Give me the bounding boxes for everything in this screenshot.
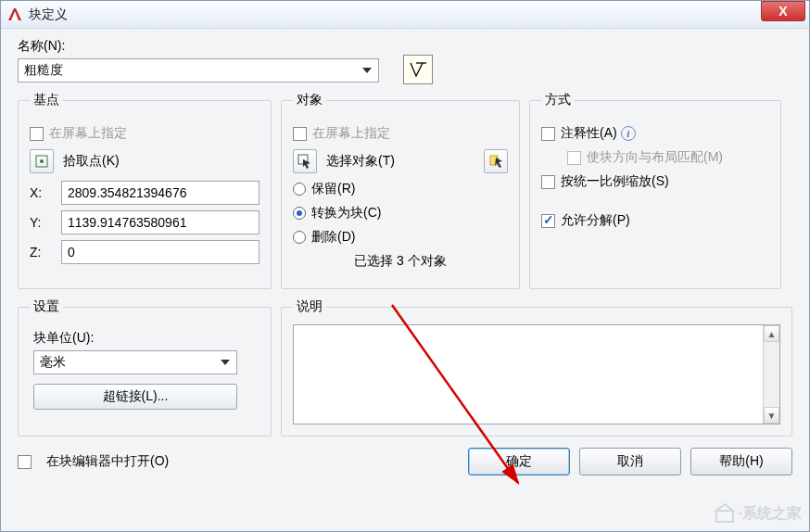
settings-group: 设置 块单位(U): 毫米 超链接(L)... xyxy=(18,298,272,437)
window-title: 块定义 xyxy=(29,6,68,23)
name-combobox[interactable]: 粗糙度 xyxy=(18,58,379,82)
hyperlink-label: 超链接(L)... xyxy=(103,388,169,405)
svg-rect-10 xyxy=(716,511,733,522)
retain-radio[interactable] xyxy=(293,183,306,196)
retain-label: 保留(R) xyxy=(311,181,355,197)
annotative-label: 注释性(A) xyxy=(561,125,617,142)
name-row: 名称(N): 粗糙度 xyxy=(18,38,792,82)
behavior-group: 方式 注释性(A) i 使块方向与布局匹配(M) 按统一比例缩放(S) 允许分解… xyxy=(529,92,781,289)
watermark-text: ·系统之家 xyxy=(739,504,802,524)
chevron-down-icon xyxy=(360,63,374,78)
cancel-button[interactable]: 取消 xyxy=(579,448,681,475)
pick-point-label: 拾取点(K) xyxy=(63,153,120,170)
open-editor-checkbox[interactable] xyxy=(18,455,32,469)
help-label: 帮助(H) xyxy=(719,453,763,470)
onscreen-base-label: 在屏幕上指定 xyxy=(49,125,127,142)
objects-group: 对象 在屏幕上指定 选择对象(T) 保留(R xyxy=(281,92,520,289)
cancel-label: 取消 xyxy=(617,453,643,470)
quick-select-icon xyxy=(488,154,503,169)
quick-select-button[interactable] xyxy=(484,149,508,173)
scale-uniform-checkbox[interactable] xyxy=(541,175,555,189)
scale-uniform-label: 按统一比例缩放(S) xyxy=(561,173,669,190)
z-input[interactable] xyxy=(61,240,259,264)
footer: 在块编辑器中打开(O) 确定 取消 帮助(H) xyxy=(18,448,792,475)
ok-button[interactable]: 确定 xyxy=(468,448,570,475)
help-button[interactable]: 帮助(H) xyxy=(690,448,792,475)
dialog-content: 名称(N): 粗糙度 基点 xyxy=(1,29,809,485)
close-icon: X xyxy=(778,4,787,19)
svg-marker-8 xyxy=(221,360,230,365)
y-input[interactable] xyxy=(61,210,259,234)
svg-point-5 xyxy=(40,159,44,163)
block-definition-dialog: 块定义 X 名称(N): 粗糙度 xyxy=(0,0,810,532)
description-legend: 说明 xyxy=(293,298,326,315)
x-input[interactable] xyxy=(61,181,259,205)
chevron-down-icon xyxy=(218,355,233,370)
x-label: X: xyxy=(30,185,52,200)
match-layout-checkbox xyxy=(567,151,581,165)
block-unit-label: 块单位(U): xyxy=(33,330,256,347)
block-unit-select[interactable]: 毫米 xyxy=(33,350,237,374)
info-icon[interactable]: i xyxy=(621,126,636,141)
scrollbar[interactable]: ▲ ▼ xyxy=(763,325,779,424)
convert-radio[interactable] xyxy=(293,207,306,220)
svg-marker-2 xyxy=(362,68,372,73)
delete-label: 删除(D) xyxy=(311,229,355,246)
onscreen-base-checkbox xyxy=(30,127,44,141)
close-button[interactable]: X xyxy=(761,1,805,21)
onscreen-objects-checkbox xyxy=(293,127,307,141)
description-group: 说明 ▲ ▼ xyxy=(281,298,792,437)
allow-exploding-label: 允许分解(P) xyxy=(561,212,630,229)
name-label: 名称(N): xyxy=(18,38,379,55)
roughness-symbol-icon xyxy=(408,59,428,80)
watermark: ·系统之家 xyxy=(715,503,802,524)
ok-label: 确定 xyxy=(506,453,532,470)
select-objects-label: 选择对象(T) xyxy=(326,153,395,170)
block-preview xyxy=(403,55,433,84)
select-objects-icon xyxy=(297,154,312,169)
onscreen-objects-label: 在屏幕上指定 xyxy=(312,125,390,142)
scroll-up-icon[interactable]: ▲ xyxy=(764,325,779,342)
allow-exploding-checkbox[interactable] xyxy=(541,214,555,228)
app-icon xyxy=(6,6,23,23)
name-value: 粗糙度 xyxy=(24,62,63,79)
base-point-legend: 基点 xyxy=(30,92,63,108)
annotative-checkbox[interactable] xyxy=(541,127,555,141)
settings-legend: 设置 xyxy=(30,298,63,315)
y-label: Y: xyxy=(30,215,52,230)
open-editor-label: 在块编辑器中打开(O) xyxy=(46,453,169,470)
hyperlink-button[interactable]: 超链接(L)... xyxy=(33,384,237,410)
pick-point-icon xyxy=(34,154,49,169)
base-point-group: 基点 在屏幕上指定 拾取点(K) X: Y: xyxy=(18,92,272,289)
objects-legend: 对象 xyxy=(293,92,326,108)
description-textarea[interactable]: ▲ ▼ xyxy=(293,324,780,424)
svg-marker-11 xyxy=(716,504,733,511)
scroll-down-icon[interactable]: ▼ xyxy=(764,407,779,424)
behavior-legend: 方式 xyxy=(541,92,575,108)
selected-count-label: 已选择 3 个对象 xyxy=(354,253,447,270)
titlebar[interactable]: 块定义 X xyxy=(1,1,809,29)
match-layout-label: 使块方向与布局匹配(M) xyxy=(587,149,723,166)
select-objects-button[interactable] xyxy=(293,149,317,173)
block-unit-value: 毫米 xyxy=(40,354,66,371)
watermark-icon xyxy=(715,503,735,524)
z-label: Z: xyxy=(30,245,52,260)
convert-label: 转换为块(C) xyxy=(311,205,381,222)
pick-point-button[interactable] xyxy=(30,149,54,173)
delete-radio[interactable] xyxy=(293,231,306,244)
